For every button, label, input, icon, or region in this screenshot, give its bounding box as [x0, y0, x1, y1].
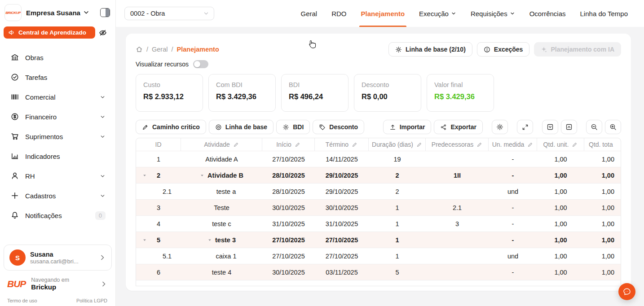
chevron-down-icon [451, 11, 456, 16]
table-row[interactable]: 5 teste 3 27/10/2025 27/10/2025 1 - 1,00… [136, 232, 621, 248]
sidebar-item-suprimentos[interactable]: Suprimentos [0, 127, 115, 146]
expand-all-button[interactable] [561, 120, 577, 134]
sidebar-item-indicadores[interactable]: Indicadores [0, 146, 115, 166]
brand-name: Brickup [31, 283, 69, 291]
table-row[interactable]: 1 Atividade A 27/10/2025 14/11/2025 19 -… [136, 151, 621, 167]
edit-icon[interactable] [295, 142, 300, 148]
sidebar-item-cadastros[interactable]: Cadastros [0, 186, 115, 205]
exceptions-button[interactable]: Exceções [477, 42, 530, 57]
table-row[interactable]: 3 Teste 30/10/2025 30/10/2025 1 2.1 - 1,… [136, 199, 621, 215]
table-toolbar: Caminho critico Linha de base BDI Descon… [136, 120, 621, 134]
zoom-in-icon [609, 123, 617, 131]
edit-icon[interactable] [416, 142, 422, 148]
sidebar-item-rh[interactable]: RH [0, 166, 115, 186]
col-qtd-total[interactable]: Qtd. tota [584, 138, 621, 151]
zoom-out-button[interactable] [586, 120, 602, 134]
learning-center-button[interactable]: Central de Aprendizado [4, 26, 95, 39]
row-expand-icon[interactable] [207, 238, 212, 242]
edit-icon[interactable] [572, 142, 578, 148]
sidebar-item-obras[interactable]: Obras [0, 48, 115, 67]
ai-planning-button[interactable]: Planejamento com IA [534, 42, 621, 57]
brand-prefix: Navegando em [31, 277, 69, 283]
sidebar-item-financeiro[interactable]: Financeiro [0, 107, 115, 127]
user-card[interactable]: S Susana susana.carli@bri... [4, 245, 112, 271]
table-row[interactable]: 6 teste 4 30/10/2025 03/11/2025 5 - 1,00… [136, 264, 621, 280]
table-settings-button[interactable] [492, 120, 508, 134]
chevron-down-icon [100, 193, 106, 199]
import-button[interactable]: Importar [383, 120, 432, 134]
row-expand-icon[interactable] [142, 173, 147, 178]
chevron-down-icon [510, 11, 515, 16]
col-inicio[interactable]: Início [262, 138, 315, 151]
sidebar-item-tarefas[interactable]: Tarefas [0, 67, 115, 87]
planning-table: ID Atividade Início Término Duração (dia… [136, 138, 621, 286]
tab-requisicoes[interactable]: Requisições [471, 0, 515, 27]
col-predecessoras[interactable]: Predecessoras [426, 138, 489, 151]
brand-switcher[interactable]: BUP Navegando em Brickup [4, 271, 112, 294]
terms-link[interactable]: Termo de uso [7, 298, 37, 303]
edit-icon[interactable] [352, 142, 357, 148]
tab-geral[interactable]: Geral [301, 0, 318, 27]
tab-planejamento[interactable]: Planejamento [361, 0, 405, 27]
lgpd-link[interactable]: Política LGPD [76, 298, 107, 303]
baseline-toggle-button[interactable]: Linha de base [209, 120, 273, 134]
tab-execucao[interactable]: Execução [419, 0, 456, 27]
edit-icon[interactable] [476, 142, 482, 148]
check-circle-icon [11, 73, 19, 81]
col-atividade[interactable]: Atividade [181, 138, 262, 151]
discount-button[interactable]: Desconto [313, 120, 364, 134]
row-expand-icon[interactable] [200, 173, 204, 178]
sidebar: BRICKUP Empresa Susana Central de Aprend… [0, 0, 116, 306]
table-row[interactable]: 2 Atividade B 28/10/2025 29/10/2025 2 1I… [136, 167, 621, 183]
tab-linha-do-tempo[interactable]: Linha do Tempo [580, 0, 628, 27]
bank-icon [11, 53, 19, 61]
user-name: Susana [30, 251, 79, 258]
col-id[interactable]: ID [136, 138, 181, 151]
company-name: Empresa Susana [26, 9, 80, 17]
col-duracao[interactable]: Duração (dias) [369, 138, 426, 151]
critical-path-button[interactable]: Caminho critico [136, 120, 206, 134]
chevron-down-icon [100, 173, 106, 179]
col-termino[interactable]: Término [315, 138, 369, 151]
chevron-down-icon [100, 114, 106, 120]
row-expand-icon[interactable] [142, 238, 147, 242]
table-row[interactable]: 4 teste c 31/10/2025 31/10/2025 1 3 - 1,… [136, 215, 621, 232]
sidebar-item-comercial[interactable]: Comercial [0, 87, 115, 107]
collapse-sidebar-icon[interactable] [100, 8, 110, 17]
edit-icon[interactable] [233, 142, 239, 148]
tab-rdo[interactable]: RDO [331, 0, 346, 27]
megaphone-icon [8, 29, 15, 36]
zoom-in-button[interactable] [605, 120, 621, 134]
bdi-button[interactable]: BDI [276, 120, 310, 134]
chat-fab-button[interactable] [618, 283, 635, 300]
gear-icon [395, 46, 402, 53]
tag-icon [319, 124, 326, 131]
chevron-down-icon [100, 94, 106, 100]
cart-icon [11, 132, 19, 140]
table-row[interactable]: 2.1 teste a 28/10/2025 29/10/2025 2 und … [136, 183, 621, 199]
home-icon[interactable] [136, 46, 143, 53]
breadcrumb-geral[interactable]: Geral [152, 46, 168, 53]
project-select[interactable]: 0002 - Obra [124, 7, 214, 20]
resources-toggle[interactable] [193, 60, 208, 68]
chevron-down-icon [203, 10, 209, 17]
table-row[interactable]: 5.1 caixa 1 27/10/2025 27/10/2025 1 und … [136, 248, 621, 264]
collapse-all-button[interactable] [542, 120, 558, 134]
edit-icon[interactable] [527, 142, 533, 148]
tab-ocorrencias[interactable]: Ocorrências [529, 0, 566, 27]
summary-card-bdi: BDI R$ 496,24 [281, 74, 348, 112]
col-un-medida[interactable]: Un. medida [489, 138, 537, 151]
company-switcher[interactable]: Empresa Susana [26, 9, 89, 17]
avatar: S [9, 249, 26, 266]
table-footer-strip [136, 280, 621, 286]
planning-card: / Geral / Planejamento Linha de base (2/… [126, 34, 631, 291]
chevron-down-icon [83, 9, 89, 16]
breadcrumb-current: Planejamento [177, 46, 219, 53]
baseline-settings-button[interactable]: Linha de base (2/10) [388, 42, 472, 57]
eye-slash-icon[interactable] [99, 29, 107, 37]
col-qtd-unit[interactable]: Qtd. unit. [537, 138, 584, 151]
export-button[interactable]: Exportar [434, 120, 483, 134]
summary-card-com-bdi: Com BDI R$ 3.429,36 [208, 74, 276, 112]
fullscreen-button[interactable] [517, 120, 533, 134]
sidebar-item-notificacoes[interactable]: Notificações 0 [0, 205, 115, 225]
